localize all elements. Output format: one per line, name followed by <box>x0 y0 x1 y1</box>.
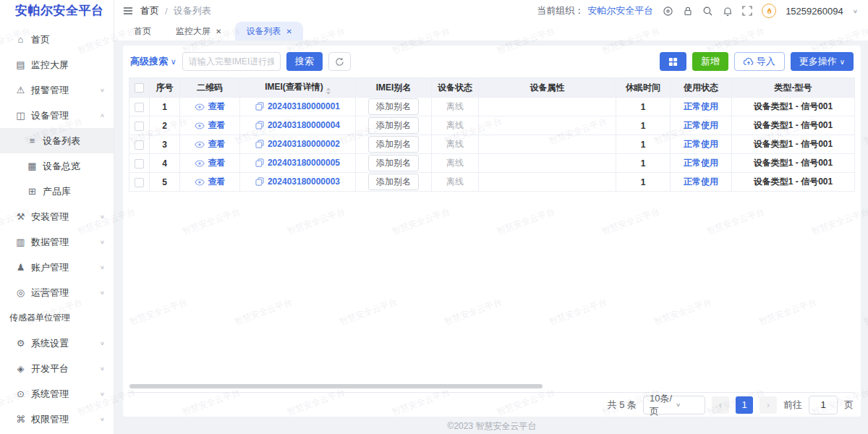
add-alias-button[interactable]: 添加别名 <box>368 117 419 134</box>
imei-link[interactable]: 202403180000001 <box>268 101 340 111</box>
sidebar: 安帕尔安全平台 ⌂ 首页 ▤ 监控大屏 ⚠ 报警管理 ∨ ◫ 设备管理 ∧ ≡ … <box>0 0 114 434</box>
add-alias-button[interactable]: 添加别名 <box>368 98 419 115</box>
tab-device-list[interactable]: 设备列表 <box>235 22 302 41</box>
import-button[interactable]: 导入 <box>734 52 785 71</box>
chevron-down-icon: ∨ <box>100 365 105 371</box>
row-checkbox[interactable] <box>135 122 144 131</box>
next-page-button[interactable]: › <box>760 396 777 414</box>
sidebar-item-device-overview[interactable]: ▦ 设备总览 <box>0 153 114 179</box>
close-icon[interactable] <box>216 27 221 35</box>
sidebar-item-install-mgmt[interactable]: ⚒ 安装管理 ∨ <box>0 204 114 229</box>
column-settings-button[interactable] <box>660 52 686 71</box>
sidebar-item-product-library[interactable]: ⊞ 产品库 <box>0 179 114 204</box>
row-checkbox[interactable] <box>135 103 144 112</box>
qr-view-link[interactable]: 查看 <box>195 176 226 188</box>
advanced-search-toggle[interactable]: 高级搜索 ∨ <box>130 55 176 68</box>
more-actions-button[interactable]: 更多操作 ∨ <box>791 52 854 71</box>
sidebar-item-operation-mgmt[interactable]: ◎ 运营管理 ∨ <box>0 280 114 305</box>
total-count: 共 5 条 <box>608 399 637 412</box>
scrollbar-thumb[interactable] <box>129 384 542 388</box>
org-name-link[interactable]: 安帕尔安全平台 <box>587 4 653 17</box>
table-row: 2 查看 202403180000004 添加别名 离线 1 正常使用 设备类型… <box>129 116 855 135</box>
goto-page-input[interactable] <box>809 396 838 414</box>
search-button[interactable]: 搜索 <box>286 52 323 71</box>
add-button[interactable]: 新增 <box>692 52 728 71</box>
lock-icon[interactable] <box>683 6 693 17</box>
sidebar-item-dev-platform[interactable]: ◈ 开发平台 ∨ <box>0 356 114 381</box>
type-model: 设备类型1 - 信号001 <box>732 116 855 135</box>
imei-link[interactable]: 202403180000004 <box>268 120 340 130</box>
sidebar-item-alarm-mgmt[interactable]: ⚠ 报警管理 ∨ <box>0 77 114 103</box>
breadcrumb-current: 设备列表 <box>174 4 211 17</box>
sidebar-item-device-list[interactable]: ≡ 设备列表 <box>0 128 114 153</box>
sidebar-item-device-mgmt[interactable]: ◫ 设备管理 ∧ <box>0 103 114 128</box>
top-header: 首页 / 设备列表 当前组织： 安帕尔安全平台 1525926 <box>114 0 868 22</box>
fullscreen-icon[interactable] <box>742 6 752 16</box>
type-model: 设备类型1 - 信号001 <box>732 98 855 116</box>
sidebar-item-monitor-screen[interactable]: ▤ 监控大屏 <box>0 52 114 77</box>
footer-copyright: ©2023 智慧安全云平台 <box>123 417 861 434</box>
current-page-button[interactable]: 1 <box>736 396 753 414</box>
search-icon[interactable] <box>702 6 713 17</box>
copy-icon <box>255 121 264 129</box>
tab-label: 监控大屏 <box>176 25 210 38</box>
row-checkbox[interactable] <box>135 178 144 187</box>
usage-status-link[interactable]: 正常使用 <box>684 138 718 150</box>
refresh-button[interactable] <box>328 52 351 71</box>
toolbar: 高级搜索 ∨ 搜索 新增 导入 更多操作 <box>129 51 855 77</box>
prev-page-button[interactable]: ‹ <box>712 396 729 414</box>
chevron-down-icon: ∨ <box>171 57 176 66</box>
system-mgmt-icon: ⊙ <box>14 388 27 399</box>
usage-status-link[interactable]: 正常使用 <box>684 119 718 132</box>
row-checkbox[interactable] <box>135 140 144 150</box>
imei-search-input[interactable] <box>182 52 281 71</box>
qr-view-link[interactable]: 查看 <box>195 101 226 113</box>
col-imei[interactable]: IMEI(查看详情) <box>240 78 356 98</box>
device-status: 离线 <box>432 116 479 135</box>
sidebar-item-permission-mgmt[interactable]: ⌘ 权限管理 ∨ <box>0 407 114 432</box>
breadcrumb-home[interactable]: 首页 <box>140 4 159 17</box>
sidebar-item-label: 开发平台 <box>31 362 69 375</box>
pagination: 共 5 条 10条/页 ∨ ‹ 1 › 前往 页 <box>129 393 855 417</box>
sidebar-item-label: 设备总览 <box>43 160 80 173</box>
qr-view-link[interactable]: 查看 <box>195 138 226 150</box>
close-icon[interactable] <box>286 27 292 35</box>
device-overview-icon: ▦ <box>26 161 38 171</box>
sidebar-item-label: 设备管理 <box>31 109 69 122</box>
device-list-card: 高级搜索 ∨ 搜索 新增 导入 更多操作 <box>123 46 861 417</box>
sleep-time: 1 <box>616 135 671 154</box>
org-label: 当前组织： <box>537 4 584 17</box>
sidebar-item-sensor-unit-mgmt[interactable]: 传感器单位管理 <box>0 305 114 331</box>
sidebar-item-home[interactable]: ⌂ 首页 <box>0 27 114 52</box>
qr-view-link[interactable]: 查看 <box>195 157 226 169</box>
user-phone[interactable]: 15259260094 <box>786 6 843 17</box>
page-size-select[interactable]: 10条/页 ∨ <box>643 396 705 414</box>
sidebar-item-data-mgmt[interactable]: ▥ 数据管理 ∨ <box>0 229 114 255</box>
imei-link[interactable]: 202403180000005 <box>268 158 340 168</box>
sidebar-item-account-mgmt[interactable]: ♟ 账户管理 ∨ <box>0 255 114 280</box>
sidebar-item-system-mgmt[interactable]: ⊙ 系统管理 ∨ <box>0 381 114 407</box>
chevron-down-icon[interactable]: ∨ <box>853 8 858 14</box>
qr-view-link[interactable]: 查看 <box>195 119 226 132</box>
select-all-checkbox[interactable] <box>135 83 144 93</box>
add-alias-button[interactable]: 添加别名 <box>368 174 419 190</box>
imei-link[interactable]: 202403180000003 <box>268 176 340 187</box>
permission-icon: ⌘ <box>14 414 27 425</box>
dev-platform-icon: ◈ <box>14 363 27 374</box>
row-checkbox[interactable] <box>135 159 144 169</box>
imei-link[interactable]: 202403180000002 <box>268 139 340 149</box>
add-alias-button[interactable]: 添加别名 <box>368 136 419 153</box>
tab-home[interactable]: 首页 <box>123 22 162 41</box>
usage-status-link[interactable]: 正常使用 <box>684 157 718 169</box>
usage-status-link[interactable]: 正常使用 <box>684 176 718 188</box>
globe-icon[interactable] <box>663 6 673 17</box>
bell-icon[interactable] <box>723 6 733 17</box>
sidebar-item-system-settings[interactable]: ⚙ 系统设置 ∨ <box>0 331 114 356</box>
hamburger-icon[interactable] <box>123 6 133 16</box>
sort-icon[interactable] <box>326 88 331 95</box>
usage-status-link[interactable]: 正常使用 <box>684 101 718 113</box>
add-alias-button[interactable]: 添加别名 <box>368 155 419 171</box>
tab-monitor-screen[interactable]: 监控大屏 <box>165 22 232 41</box>
avatar[interactable] <box>762 4 776 18</box>
device-attrs <box>479 135 616 154</box>
